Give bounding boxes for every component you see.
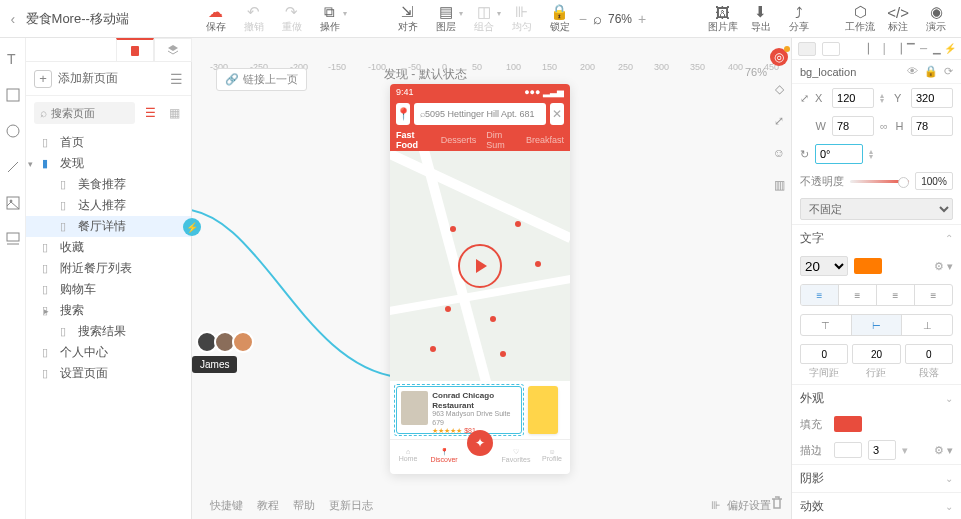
align-right[interactable]: ≡	[877, 285, 915, 305]
image-library-button[interactable]: 🖼图片库	[704, 3, 742, 32]
link-wh-icon[interactable]: ∞	[880, 120, 890, 132]
refresh-icon[interactable]: ⟳	[944, 65, 953, 78]
folder-discover[interactable]: ▾▮发现	[26, 153, 191, 174]
page-profile[interactable]: ▯个人中心	[26, 342, 191, 363]
page-restaurant-detail[interactable]: ▯餐厅详情 ⚡	[26, 216, 191, 237]
help-link[interactable]: 帮助	[293, 498, 315, 513]
page-settings[interactable]: ▯设置页面	[26, 363, 191, 384]
redo-button[interactable]: ↷重做	[273, 3, 311, 32]
x-input[interactable]	[832, 88, 874, 108]
page-expert-rec[interactable]: ▯达人推荐	[26, 195, 191, 216]
folder-search[interactable]: ▸▯搜索	[26, 300, 191, 321]
play-overlay[interactable]	[458, 244, 502, 288]
h-input[interactable]	[911, 116, 953, 136]
properties-tab[interactable]	[798, 42, 816, 56]
shortcuts-link[interactable]: 快捷键	[210, 498, 243, 513]
interaction-indicator[interactable]: ⚡	[183, 218, 201, 236]
save-button[interactable]: ☁保存	[197, 3, 235, 32]
text-settings-icon[interactable]: ⚙ ▾	[934, 260, 953, 273]
stroke-settings-icon[interactable]: ⚙ ▾	[934, 444, 953, 457]
lock-icon[interactable]: 🔒	[924, 65, 938, 78]
align-left[interactable]: ≡	[801, 285, 839, 305]
valign-bottom[interactable]: ⊥	[902, 315, 952, 335]
align-center-icon[interactable]: │	[879, 43, 890, 54]
zoom-out[interactable]: −	[579, 11, 587, 27]
page-search-results[interactable]: ▯搜索结果	[26, 321, 191, 342]
element-name[interactable]: bg_location	[800, 66, 856, 78]
list-view-toggle[interactable]: ☰	[141, 104, 159, 122]
zoom-in[interactable]: +	[638, 11, 646, 27]
align-bottom-icon[interactable]: ▁	[931, 43, 942, 54]
visibility-icon[interactable]: 👁	[907, 65, 918, 78]
line-height-input[interactable]	[852, 344, 900, 364]
rotation-input[interactable]	[815, 144, 863, 164]
valign-top[interactable]: ⊤	[801, 315, 852, 335]
text-color-swatch[interactable]	[854, 258, 882, 274]
back-button[interactable]: ‹	[0, 11, 26, 27]
map-view[interactable]	[390, 151, 570, 381]
components-panel-icon[interactable]: ◇	[770, 80, 788, 98]
lock-button[interactable]: 🔒锁定	[541, 3, 579, 32]
expand-icon[interactable]: ⤢	[800, 92, 809, 105]
collaborator-avatars[interactable]	[196, 331, 250, 353]
align-center[interactable]: ≡	[839, 285, 877, 305]
component-tool[interactable]	[4, 230, 22, 248]
layers-tab[interactable]	[154, 38, 192, 61]
align-justify[interactable]: ≡	[915, 285, 952, 305]
address-field[interactable]: ⌕ 5095 Hettinger Hill Apt. 681	[414, 103, 546, 125]
rect-tool[interactable]	[4, 86, 22, 104]
annotate-button[interactable]: </>标注	[879, 3, 917, 32]
para-spacing-input[interactable]	[905, 344, 953, 364]
align-menu[interactable]: ⇲对齐	[389, 3, 427, 32]
emoji-icon[interactable]: ☺	[770, 144, 788, 162]
undo-button[interactable]: ↶撤销	[235, 3, 273, 32]
category-tabs[interactable]: Fast FoodDessertsDim SumBreakfast	[390, 129, 570, 151]
resize-icon[interactable]: ⤢	[770, 112, 788, 130]
text-align-group[interactable]: ≡ ≡ ≡ ≡	[800, 284, 953, 306]
zoom-search-icon[interactable]: ⌕	[593, 10, 602, 27]
char-spacing-input[interactable]	[800, 344, 848, 364]
align-middle-icon[interactable]: ─	[918, 43, 929, 54]
operate-menu[interactable]: ⧉操作	[311, 3, 349, 32]
stroke-width-input[interactable]	[868, 440, 896, 460]
add-page-button[interactable]: +	[34, 70, 52, 88]
stroke-swatch[interactable]	[834, 442, 862, 458]
location-icon[interactable]: 📍	[396, 103, 410, 125]
link-previous-page[interactable]: 🔗链接上一页	[216, 68, 307, 91]
line-tool[interactable]	[4, 158, 22, 176]
zoom-level[interactable]: 76%	[608, 12, 632, 26]
opacity-slider[interactable]	[850, 180, 909, 183]
page-food-rec[interactable]: ▯美食推荐	[26, 174, 191, 195]
trash-icon[interactable]	[769, 495, 785, 511]
pages-tab[interactable]	[116, 38, 154, 61]
opacity-value[interactable]: 100%	[915, 172, 953, 190]
y-input[interactable]	[911, 88, 953, 108]
valign-middle[interactable]: ⊢	[852, 315, 903, 335]
circle-tool[interactable]	[4, 122, 22, 140]
align-left-icon[interactable]: ▏	[866, 43, 877, 54]
font-size-select[interactable]: 20	[800, 256, 848, 276]
clear-icon[interactable]: ✕	[550, 103, 564, 125]
align-top-icon[interactable]: ▔	[905, 43, 916, 54]
shadow-section[interactable]: 阴影	[800, 470, 824, 487]
page-home[interactable]: ▯首页	[26, 132, 191, 153]
pin-select[interactable]: 不固定	[800, 198, 953, 220]
page-favorites[interactable]: ▯收藏	[26, 237, 191, 258]
appearance-section[interactable]: 外观	[800, 390, 824, 407]
present-button[interactable]: ◉演示	[917, 3, 955, 32]
avatar[interactable]	[232, 331, 254, 353]
image-tool[interactable]	[4, 194, 22, 212]
page-cart[interactable]: ▯购物车	[26, 279, 191, 300]
preferences-link[interactable]: 偏好设置	[727, 498, 771, 513]
group-menu[interactable]: ◫组合	[465, 3, 503, 32]
fill-swatch[interactable]	[834, 416, 862, 432]
distribute-button[interactable]: ⊪均匀	[503, 3, 541, 32]
restaurant-card-next[interactable]	[528, 386, 558, 434]
tutorial-link[interactable]: 教程	[257, 498, 279, 513]
grid-view-toggle[interactable]: ▦	[165, 104, 183, 122]
center-action-button[interactable]: ✦	[467, 430, 493, 456]
effect-section[interactable]: 动效	[800, 498, 824, 515]
vertical-align-group[interactable]: ⊤ ⊢ ⊥	[800, 314, 953, 336]
w-input[interactable]	[832, 116, 874, 136]
inspector-toggle[interactable]: ◎	[770, 48, 788, 66]
